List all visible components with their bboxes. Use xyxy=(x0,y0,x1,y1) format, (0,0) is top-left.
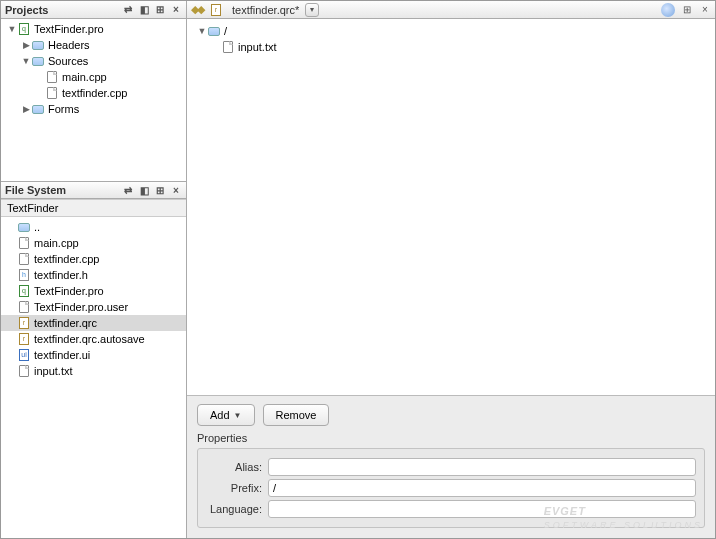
ide-window: Projects ⇄ ◧ ⊞ × ▼qTextFinder.pro▶Header… xyxy=(0,0,716,539)
tree-item[interactable]: ▶Headers xyxy=(1,37,186,53)
tree-item-label: main.cpp xyxy=(62,71,107,83)
editor-tab-label[interactable]: textfinder.qrc* xyxy=(232,4,299,16)
tree-item[interactable]: .. xyxy=(1,219,186,235)
filesystem-title: File System xyxy=(5,184,122,196)
tree-item[interactable]: input.txt xyxy=(191,39,711,55)
qrc-file-icon: r xyxy=(17,332,31,346)
close-editor-icon[interactable]: × xyxy=(699,4,711,16)
header-file-icon: h xyxy=(17,268,31,282)
projects-header: Projects ⇄ ◧ ⊞ × xyxy=(1,1,186,19)
projects-tree[interactable]: ▼qTextFinder.pro▶Headers▼Sourcesmain.cpp… xyxy=(1,19,186,181)
tree-item-label: Headers xyxy=(48,39,90,51)
tree-item[interactable]: ▼qTextFinder.pro xyxy=(1,21,186,37)
add-button-label: Add xyxy=(210,409,230,421)
tree-item-label: / xyxy=(224,25,227,37)
add-button[interactable]: Add ▼ xyxy=(197,404,255,426)
file-icon xyxy=(17,236,31,250)
file-type-icon: r xyxy=(209,3,223,17)
folder-icon xyxy=(17,220,31,234)
tree-item-label: TextFinder.pro xyxy=(34,23,104,35)
file-icon xyxy=(45,86,59,100)
tree-item[interactable]: htextfinder.h xyxy=(1,267,186,283)
tree-item[interactable]: TextFinder.pro.user xyxy=(1,299,186,315)
split-editor-icon[interactable]: ⊞ xyxy=(681,4,693,16)
remove-button[interactable]: Remove xyxy=(263,404,330,426)
tree-item[interactable]: rtextfinder.qrc xyxy=(1,315,186,331)
split-icon[interactable]: ⊞ xyxy=(154,184,166,196)
tree-item-label: TextFinder.pro xyxy=(34,285,104,297)
tree-item-label: input.txt xyxy=(238,41,277,53)
file-icon xyxy=(221,40,235,54)
alias-input[interactable] xyxy=(268,458,696,476)
tree-item-label: Forms xyxy=(48,103,79,115)
folder-icon xyxy=(31,54,45,68)
resource-tree[interactable]: ▼/input.txt xyxy=(187,19,715,395)
tree-item[interactable]: qTextFinder.pro xyxy=(1,283,186,299)
project-file-icon: q xyxy=(17,22,31,36)
filesystem-path[interactable]: TextFinder xyxy=(1,199,186,217)
language-label: Language: xyxy=(206,503,262,515)
disclosure-icon[interactable]: ▼ xyxy=(21,56,31,66)
projects-header-icons: ⇄ ◧ ⊞ × xyxy=(122,4,182,16)
disclosure-icon[interactable]: ▶ xyxy=(21,40,31,50)
filesystem-path-label: TextFinder xyxy=(7,202,58,214)
tree-item-label: textfinder.ui xyxy=(34,349,90,361)
tree-item[interactable]: main.cpp xyxy=(1,235,186,251)
disclosure-icon[interactable]: ▼ xyxy=(7,24,17,34)
left-sidebar: Projects ⇄ ◧ ⊞ × ▼qTextFinder.pro▶Header… xyxy=(1,1,187,538)
tree-item[interactable]: input.txt xyxy=(1,363,186,379)
disclosure-icon[interactable]: ▶ xyxy=(21,104,31,114)
tree-item[interactable]: rtextfinder.qrc.autosave xyxy=(1,331,186,347)
chevron-down-icon: ▼ xyxy=(234,411,242,420)
close-icon[interactable]: × xyxy=(170,184,182,196)
tree-item[interactable]: ▶Forms xyxy=(1,101,186,117)
tree-item-label: input.txt xyxy=(34,365,73,377)
tree-item[interactable]: ▼/ xyxy=(191,23,711,39)
nav-back-forward-icon[interactable]: ◆◆ xyxy=(191,3,203,16)
file-icon xyxy=(17,300,31,314)
tree-item[interactable]: ▼Sources xyxy=(1,53,186,69)
filter-icon[interactable]: ◧ xyxy=(138,4,150,16)
tree-item-label: main.cpp xyxy=(34,237,79,249)
tree-item-label: textfinder.cpp xyxy=(34,253,99,265)
tree-item[interactable]: textfinder.cpp xyxy=(1,251,186,267)
tree-item-label: textfinder.qrc.autosave xyxy=(34,333,145,345)
tree-item[interactable]: uitextfinder.ui xyxy=(1,347,186,363)
prefix-input[interactable] xyxy=(268,479,696,497)
tab-dropdown-icon[interactable]: ▾ xyxy=(305,3,319,17)
file-icon xyxy=(17,364,31,378)
qrc-file-icon: r xyxy=(17,316,31,330)
tree-item[interactable]: textfinder.cpp xyxy=(1,85,186,101)
filesystem-header-icons: ⇄ ◧ ⊞ × xyxy=(122,184,182,196)
resource-properties-panel: Add ▼ Remove Properties Alias: Prefix: xyxy=(187,395,715,538)
tree-item-label: textfinder.cpp xyxy=(62,87,127,99)
file-icon xyxy=(45,70,59,84)
project-file-icon: q xyxy=(17,284,31,298)
split-view-icon[interactable] xyxy=(661,3,675,17)
editor-area: ◆◆ r textfinder.qrc* ▾ ⊞ × ▼/input.txt A… xyxy=(187,1,715,538)
tree-item-label: textfinder.qrc xyxy=(34,317,97,329)
properties-box: Alias: Prefix: Language: xyxy=(197,448,705,528)
sync-icon[interactable]: ⇄ xyxy=(122,184,134,196)
properties-label: Properties xyxy=(197,432,705,444)
folder-icon xyxy=(31,38,45,52)
file-icon xyxy=(17,252,31,266)
disclosure-icon[interactable]: ▼ xyxy=(197,26,207,36)
close-icon[interactable]: × xyxy=(170,4,182,16)
button-row: Add ▼ Remove xyxy=(197,404,705,426)
folder-icon xyxy=(207,24,221,38)
tree-item-label: .. xyxy=(34,221,40,233)
projects-title: Projects xyxy=(5,4,122,16)
language-input[interactable] xyxy=(268,500,696,518)
ui-file-icon: ui xyxy=(17,348,31,362)
prefix-label: Prefix: xyxy=(206,482,262,494)
tree-item-label: TextFinder.pro.user xyxy=(34,301,128,313)
filesystem-header: File System ⇄ ◧ ⊞ × xyxy=(1,181,186,199)
remove-button-label: Remove xyxy=(276,409,317,421)
filesystem-tree[interactable]: ..main.cpptextfinder.cpphtextfinder.hqTe… xyxy=(1,217,186,538)
sync-icon[interactable]: ⇄ xyxy=(122,4,134,16)
split-icon[interactable]: ⊞ xyxy=(154,4,166,16)
alias-label: Alias: xyxy=(206,461,262,473)
filter-icon[interactable]: ◧ xyxy=(138,184,150,196)
tree-item[interactable]: main.cpp xyxy=(1,69,186,85)
